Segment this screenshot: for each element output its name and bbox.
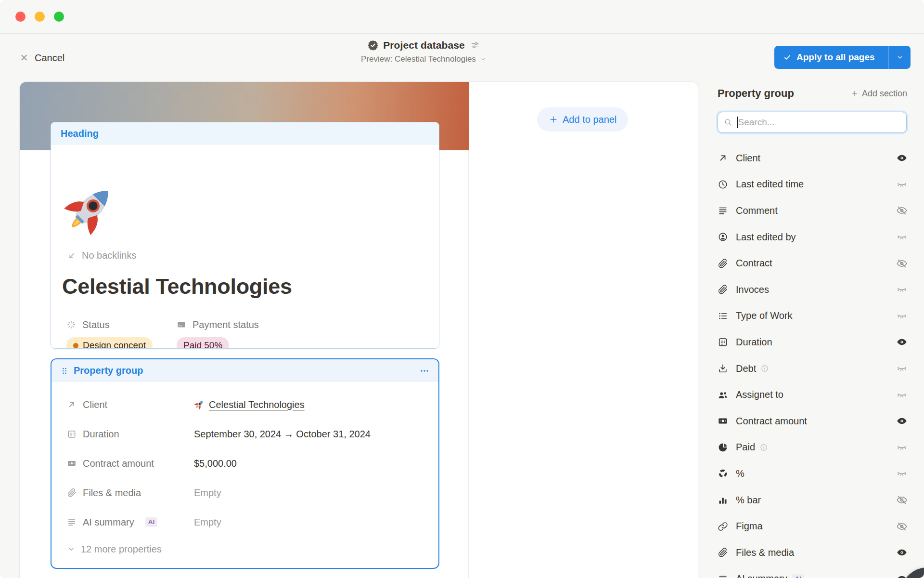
visibility-toggle-visible[interactable] <box>896 547 908 558</box>
add-section-label: Add section <box>862 89 907 99</box>
layout-editor-window: Cancel Project database Preview: Celesti… <box>0 0 924 578</box>
sidebar-property-label: Debt <box>736 363 756 374</box>
bulleted-list-icon <box>718 311 728 321</box>
add-to-panel-button[interactable]: Add to panel <box>537 107 628 131</box>
visibility-toggle-hidden[interactable] <box>896 494 908 506</box>
heading-block-label-bar: Heading <box>51 122 439 145</box>
more-properties-toggle[interactable]: 12 more properties <box>67 539 438 559</box>
sidebar-property-row[interactable]: Last edited by <box>718 224 908 250</box>
property-label: Client <box>83 399 107 410</box>
property-row: Files & mediaEmpty <box>67 481 423 505</box>
clock-icon <box>718 179 728 190</box>
sidebar-property-row[interactable]: Contract amount <box>718 408 908 434</box>
page-preview: Heading No backlinks Celestial Technolog… <box>20 82 469 578</box>
property-search <box>718 112 907 133</box>
donut-chart-icon <box>718 468 728 479</box>
sidebar-property-row[interactable]: Comment <box>718 197 908 224</box>
visibility-toggle-visible[interactable] <box>896 336 908 348</box>
cancel-label: Cancel <box>35 52 64 63</box>
download-icon <box>718 363 728 374</box>
paperclip-icon <box>718 547 728 558</box>
sidebar-property-label: Last edited time <box>736 179 804 190</box>
calendar-icon <box>718 337 728 347</box>
visibility-toggle-hidden[interactable] <box>896 284 908 295</box>
banknote-icon <box>67 459 77 468</box>
credit-card-icon <box>177 320 186 329</box>
paperclip-icon <box>718 258 728 269</box>
sidebar-property-row[interactable]: % <box>718 460 908 487</box>
status-badge: Paid 50% <box>177 337 229 349</box>
sidebar-property-row[interactable]: Duration <box>718 329 908 355</box>
backlinks-indicator[interactable]: No backlinks <box>67 250 136 261</box>
rocket-page-icon[interactable] <box>63 181 118 236</box>
sidebar-property-row[interactable]: Files & media <box>718 539 908 566</box>
traffic-light-close[interactable] <box>15 12 26 22</box>
sidebar-property-row[interactable]: Last edited time <box>718 171 908 198</box>
sidebar-property-row[interactable]: Contract <box>718 250 908 276</box>
visibility-toggle-hidden[interactable] <box>896 310 908 322</box>
traffic-light-zoom[interactable] <box>54 12 64 22</box>
cancel-button[interactable]: Cancel <box>19 52 64 63</box>
sidebar-property-row[interactable]: Figma <box>718 513 908 539</box>
chevron-down-icon <box>479 56 486 63</box>
traffic-light-minimize[interactable] <box>35 12 45 22</box>
visibility-toggle-visible[interactable] <box>896 415 908 427</box>
property-row: ClientCelestial Technologies <box>67 393 423 417</box>
property-rows: ClientCelestial TechnologiesDurationSept… <box>51 382 438 534</box>
sidebar-property-label: Comment <box>736 205 778 216</box>
property-value: Empty <box>194 487 221 499</box>
header-title-stack: Project database Preview: Celestial Tech… <box>361 39 486 64</box>
heading-property: StatusDesign concept <box>66 318 177 349</box>
verified-badge-icon <box>367 39 379 51</box>
search-input[interactable] <box>738 117 901 128</box>
sidebar-property-label: Assignet to <box>736 389 783 400</box>
window-titlebar <box>0 0 924 34</box>
sidebar-property-row[interactable]: Debt <box>718 355 908 382</box>
people-icon <box>718 390 728 400</box>
more-options-icon[interactable] <box>419 366 430 376</box>
sidebar-property-row[interactable]: Invoces <box>718 276 908 303</box>
bar-chart-icon <box>718 495 728 505</box>
close-icon <box>19 53 29 63</box>
visibility-toggle-hidden[interactable] <box>896 205 908 216</box>
property-group-block[interactable]: Property group ClientCelestial Technolog… <box>51 358 439 569</box>
sidebar-property-row[interactable]: Assignet to <box>718 381 908 408</box>
visibility-toggle-hidden[interactable] <box>896 389 908 401</box>
visibility-toggle-hidden[interactable] <box>896 442 908 453</box>
visibility-toggle-visible[interactable] <box>896 573 908 578</box>
sidebar-property-row[interactable]: Paid <box>718 434 908 461</box>
visibility-toggle-hidden[interactable] <box>896 363 908 374</box>
visibility-toggle-hidden[interactable] <box>896 468 908 479</box>
drag-handle-icon[interactable] <box>60 367 69 375</box>
add-section-button[interactable]: Add section <box>851 89 907 99</box>
sidebar-property-label: Figma <box>736 521 763 532</box>
visibility-toggle-visible[interactable] <box>896 152 908 164</box>
sidebar-property-row[interactable]: Type of Work <box>718 303 908 329</box>
pie-chart-icon <box>718 442 728 453</box>
sidebar-property-label: Contract amount <box>736 416 807 427</box>
sliders-icon[interactable] <box>470 40 480 50</box>
property-label: AI summary <box>83 517 134 528</box>
arrow-down-left-icon <box>67 251 77 261</box>
sidebar-property-label: Duration <box>736 337 772 348</box>
visibility-toggle-hidden[interactable] <box>896 231 908 243</box>
property-group-label-bar: Property group <box>51 359 438 382</box>
visibility-toggle-hidden[interactable] <box>896 521 908 532</box>
preview-page-selector[interactable]: Preview: Celestial Technologies <box>361 54 486 64</box>
sidebar-property-row[interactable]: AI summaryAI <box>718 566 908 578</box>
visibility-toggle-hidden[interactable] <box>896 179 908 190</box>
relation-link[interactable]: Celestial Technologies <box>194 399 305 410</box>
arrow-up-right-icon <box>67 400 77 409</box>
sidebar-property-row[interactable]: % bar <box>718 487 908 513</box>
status-badge: Design concept <box>66 337 153 349</box>
visibility-toggle-hidden[interactable] <box>896 258 908 269</box>
property-row: AI summaryAIEmpty <box>67 510 423 534</box>
property-value: September 30, 2024 → October 31, 2024 <box>194 429 371 440</box>
ai-badge: AI <box>792 574 805 578</box>
heading-section-block[interactable]: Heading No backlinks Celestial Technolog… <box>51 122 439 349</box>
text-lines-icon <box>718 574 728 578</box>
sidebar-property-row[interactable]: Client <box>718 145 908 171</box>
property-label: Files & media <box>83 487 141 499</box>
sidebar-property-label: Client <box>736 153 760 164</box>
sidebar-property-label: Paid <box>736 442 755 453</box>
